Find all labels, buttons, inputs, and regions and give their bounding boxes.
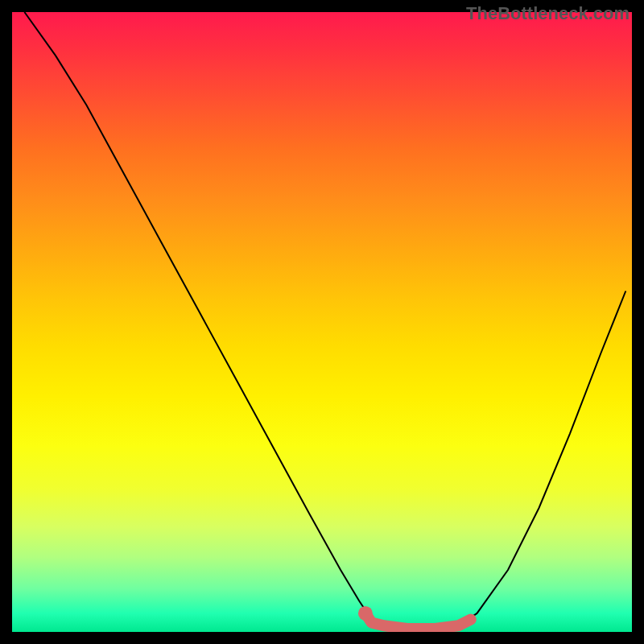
watermark-text: TheBottleneck.com bbox=[466, 3, 630, 24]
highlight-dot bbox=[358, 606, 373, 621]
bottleneck-curve bbox=[24, 12, 625, 629]
highlight-segment bbox=[365, 613, 471, 629]
chart-svg bbox=[12, 12, 632, 632]
